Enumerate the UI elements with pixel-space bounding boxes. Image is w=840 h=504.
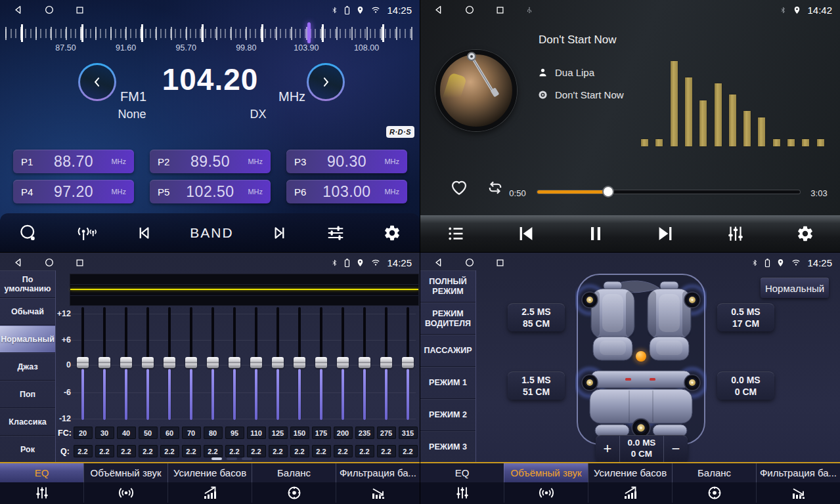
broadcast-icon[interactable] [76,223,98,243]
playlist-icon[interactable] [446,224,466,243]
slider-knob[interactable] [229,357,240,368]
tune-down-button[interactable] [78,63,116,101]
slider-knob[interactable] [142,357,154,368]
recents-icon[interactable] [75,258,85,268]
radio-preset-p3[interactable]: P390.30MHz [286,150,407,173]
tab-surround-sound-icon-cell[interactable] [83,482,167,503]
tab-bass-boost[interactable]: Усиление басов [588,463,672,482]
tune-up-button[interactable] [307,63,345,101]
recents-icon[interactable] [495,5,505,15]
eq-band-slider[interactable] [380,307,393,420]
audio-mixer-icon[interactable] [726,224,745,243]
slider-knob[interactable] [77,357,89,368]
slider-knob[interactable] [120,357,132,368]
home-icon[interactable] [464,5,475,15]
radio-preset-p4[interactable]: P497.20MHz [13,180,134,203]
eq-preset-item[interactable]: По умолчанию [0,270,55,298]
pause-icon[interactable] [586,224,605,243]
car-cabin-graphic[interactable] [575,272,707,446]
eq-preset-item[interactable]: Рок [0,436,55,463]
eq-band-slider[interactable] [315,307,328,420]
radio-preset-p2[interactable]: P289.50MHz [150,150,271,173]
settings-gear-icon[interactable] [796,224,814,243]
sound-profile-button[interactable]: Нормальный [761,278,829,298]
listening-mode-item[interactable]: РЕЖИМ ВОДИТЕЛЯ [420,303,475,335]
listening-mode-item[interactable]: РЕЖИМ 2 [420,399,475,431]
home-icon[interactable] [44,257,55,268]
eq-band-slider[interactable] [250,307,263,420]
eq-band-slider[interactable] [76,307,89,420]
delay-decrease-button[interactable]: − [664,436,688,462]
eq-band-slider[interactable] [206,307,219,420]
back-icon[interactable] [433,257,444,268]
home-icon[interactable] [44,5,55,15]
eq-preset-item[interactable]: Джаз [0,353,55,381]
tab-balance-icon-cell[interactable] [252,482,336,503]
previous-station-icon[interactable] [135,224,153,242]
repeat-icon[interactable] [485,178,506,197]
tab-eq[interactable]: EQ [420,463,504,482]
tab-bass-boost-icon-cell[interactable] [588,482,672,503]
seek-bar-thumb[interactable] [604,187,613,196]
next-track-icon[interactable] [655,224,675,243]
slider-knob[interactable] [380,357,392,368]
listening-mode-item[interactable]: ПАССАЖИР [420,335,475,367]
slider-knob[interactable] [164,357,175,368]
tab-filter[interactable]: Фильтрация ба... [336,463,420,482]
recents-icon[interactable] [495,258,505,268]
slider-knob[interactable] [359,357,370,368]
tab-surround-sound[interactable]: Объёмный звук [83,463,167,482]
tab-bass-boost[interactable]: Усиление басов [167,463,252,482]
eq-band-slider[interactable] [271,307,284,420]
back-icon[interactable] [13,257,24,268]
home-icon[interactable] [464,257,475,268]
radio-preset-p1[interactable]: P188.70MHz [13,150,134,173]
eq-band-slider[interactable] [336,307,349,420]
eq-preset-item[interactable]: Обычай [0,298,55,326]
slider-knob[interactable] [294,357,305,368]
tab-surround-sound-icon-cell[interactable] [504,482,588,503]
eq-band-slider[interactable] [120,307,133,420]
tab-surround-sound[interactable]: Объёмный звук [504,463,588,482]
tab-bass-boost-icon-cell[interactable] [167,482,252,503]
previous-track-icon[interactable] [516,224,536,243]
radio-preset-p6[interactable]: P6103.00MHz [286,180,407,203]
recents-icon[interactable] [75,5,85,15]
back-icon[interactable] [13,5,24,15]
eq-band-slider[interactable] [228,307,241,420]
tab-balance[interactable]: Баланс [252,463,336,482]
tab-eq-icon-cell[interactable] [420,482,504,503]
slider-knob[interactable] [185,357,197,368]
listening-mode-item[interactable]: ПОЛНЫЙ РЕЖИМ [420,270,475,303]
scan-icon[interactable] [18,223,38,243]
slider-knob[interactable] [207,357,219,368]
band-button[interactable]: BAND [190,225,233,241]
eq-band-slider[interactable] [358,307,371,420]
next-station-icon[interactable] [271,224,289,242]
eq-band-slider[interactable] [185,307,198,420]
tab-filter[interactable]: Фильтрация ба... [756,463,840,482]
eq-preset-item[interactable]: Нормальный [0,326,55,353]
seek-bar[interactable] [537,190,800,194]
settings-gear-icon[interactable] [383,224,401,242]
tab-filter-icon-cell[interactable] [336,482,420,503]
eq-band-slider[interactable] [163,307,176,420]
tab-filter-icon-cell[interactable] [756,482,840,503]
tab-balance[interactable]: Баланс [672,463,756,482]
delay-increase-button[interactable]: + [596,436,619,462]
slider-knob[interactable] [402,357,414,368]
slider-knob[interactable] [337,357,349,368]
listening-mode-item[interactable]: РЕЖИМ 1 [420,367,475,399]
eq-band-slider[interactable] [98,307,111,420]
eq-band-slider[interactable] [141,307,154,420]
slider-knob[interactable] [250,357,262,368]
favorite-icon[interactable] [449,178,469,197]
radio-preset-p5[interactable]: P5102.50MHz [150,180,271,203]
eq-preset-item[interactable]: Классика [0,408,55,436]
back-icon[interactable] [433,5,444,15]
tab-balance-icon-cell[interactable] [672,482,756,503]
eq-preset-item[interactable]: Поп [0,381,55,408]
listening-mode-item[interactable]: РЕЖИМ 3 [420,431,475,463]
slider-knob[interactable] [315,357,327,368]
eq-band-slider[interactable] [401,307,414,420]
